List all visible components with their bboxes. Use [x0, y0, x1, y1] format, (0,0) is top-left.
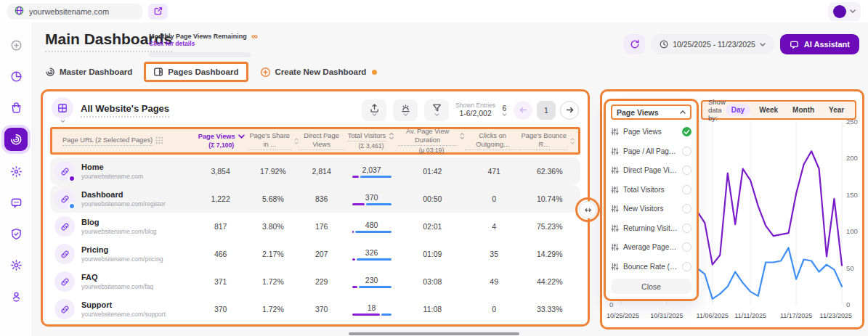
metric-radio[interactable]	[682, 204, 691, 213]
website-url-pill[interactable]: yourwebsitename.com	[7, 4, 142, 20]
link-icon	[60, 250, 70, 259]
metric-radio[interactable]	[682, 127, 691, 136]
sidebar-item-analytics[interactable]	[5, 65, 27, 87]
link-icon	[60, 167, 70, 176]
column-header-6[interactable]: Clicks on Outgoing...	[465, 131, 520, 150]
column-header-7[interactable]: Page's Bounce R...	[520, 131, 575, 150]
user-menu[interactable]	[828, 2, 861, 21]
metric-dropdown-header[interactable]: Page Views	[611, 105, 691, 120]
total-visitors-cell: 230	[344, 276, 398, 288]
selection-badge	[68, 202, 76, 210]
table-row[interactable]: Home yourwebsitename.com 3,854 17.92% 2,…	[50, 157, 580, 185]
table-row[interactable]: Support yourwebsitename.com/support 370 …	[50, 295, 580, 323]
metric-option[interactable]: Total Visitors	[611, 180, 691, 200]
website-url: yourwebsitename.com	[29, 7, 109, 16]
svg-text:100: 100	[846, 227, 858, 235]
tab-master-dashboard[interactable]: Master Dashboard	[45, 67, 132, 77]
sidebar-item-settings[interactable]	[5, 254, 27, 276]
panel-resize-button[interactable]	[579, 201, 596, 218]
metric-option-label: Returning Visitors	[623, 224, 678, 232]
table-row[interactable]: FAQ yourwebsitename.com/faq 371 1.72% 22…	[50, 268, 580, 295]
filter-icon	[432, 104, 442, 112]
page-views-value: 1,222	[193, 194, 247, 203]
metric-option[interactable]: Direct Page Views	[611, 160, 691, 180]
share-value: 1.72%	[248, 305, 299, 314]
sidebar-item-dashboards[interactable]	[4, 128, 28, 151]
page-link-button[interactable]	[54, 244, 75, 264]
sidebar-item-goals[interactable]	[5, 160, 27, 182]
tab-create-new-dashboard[interactable]: Create New Dashboard	[260, 67, 378, 78]
page-size-selector[interactable]: 6	[502, 104, 507, 116]
chevron-down-icon	[372, 113, 377, 116]
metric-radio[interactable]	[682, 185, 691, 194]
table-widget-button[interactable]	[52, 97, 73, 119]
prev-page-button[interactable]	[514, 101, 532, 120]
sidebar-item-add[interactable]	[5, 34, 27, 56]
filter-button[interactable]	[424, 99, 449, 121]
open-site-button[interactable]	[148, 4, 168, 20]
current-page[interactable]: 1	[537, 101, 556, 120]
link-icon	[60, 305, 70, 314]
page-url: yourwebsitename.com/faq	[81, 283, 153, 291]
ai-assistant-button[interactable]: AI Assistant	[780, 34, 859, 54]
granularity-option-month[interactable]: Month	[787, 104, 820, 116]
bounce-rate-value: 75.23%	[522, 222, 577, 231]
page-url: yourwebsitename.com	[81, 173, 143, 181]
column-subtotal: (μ 03:19)	[419, 147, 445, 155]
metric-radio[interactable]	[682, 165, 691, 175]
page-views-value: 371	[193, 277, 247, 286]
metric-option[interactable]: Average Page Vie...	[611, 237, 691, 257]
page-link-button[interactable]	[54, 271, 75, 292]
sidebar-item-products[interactable]	[5, 97, 27, 118]
table-header-row: Page URL (2 Selected Pages)Page Views(Σ …	[50, 127, 580, 155]
total-visitors-cell: 480	[344, 221, 398, 233]
granularity-option-year[interactable]: Year	[823, 104, 850, 116]
sidebar-item-messages[interactable]	[5, 192, 27, 213]
metric-radio[interactable]	[682, 242, 691, 252]
granularity-option-day[interactable]: Day	[726, 104, 750, 116]
total-visitors-value: 480	[365, 221, 378, 229]
link-icon	[60, 277, 70, 287]
table-row[interactable]: Dashboard yourwebsitename.com/register 1…	[50, 185, 580, 213]
column-header-2[interactable]: Page's Share in ...	[248, 131, 299, 150]
metric-option[interactable]: Bounce Rate (%)	[611, 257, 691, 276]
quota-details-link[interactable]: Click for details	[149, 40, 247, 47]
metric-option[interactable]: New Visitors	[611, 199, 691, 218]
metric-radio[interactable]	[682, 224, 691, 233]
sidebar-item-profile[interactable]	[5, 285, 27, 307]
column-header-4[interactable]: Total Visitors(Σ 3,461)	[344, 131, 398, 150]
metric-option[interactable]: Page Views	[611, 122, 691, 142]
date-range-picker[interactable]: 10/25/2025 - 11/23/2025	[651, 34, 774, 54]
export-button[interactable]	[362, 99, 386, 121]
column-header-1[interactable]: Page Views(Σ 7,100)	[195, 132, 248, 149]
svg-text:10/25/2025: 10/25/2025	[607, 312, 639, 319]
dropdown-close-button[interactable]: Close	[611, 279, 691, 294]
clock-icon	[660, 40, 668, 49]
chevron-down-icon	[238, 134, 245, 139]
page-link-button[interactable]	[54, 299, 75, 319]
page-name: FAQ	[81, 273, 153, 283]
next-page-button[interactable]	[560, 101, 579, 120]
tab-pages-dashboard[interactable]: Pages Dashboard	[144, 62, 248, 82]
metric-radio[interactable]	[682, 262, 691, 271]
horizontal-scrollbar-thumb[interactable]	[349, 332, 519, 335]
table-row[interactable]: Pricing yourwebsitename.com/pricing 466 …	[50, 240, 580, 268]
page-name: Pricing	[81, 245, 163, 255]
svg-text:150: 150	[846, 191, 858, 199]
total-visitors-value: 230	[365, 276, 378, 284]
metric-radio[interactable]	[682, 147, 691, 156]
visitors-split-bar	[352, 231, 392, 233]
column-header-0[interactable]: Page URL (2 Selected Pages)	[55, 136, 195, 146]
alerts-button[interactable]	[393, 99, 418, 121]
column-header-5[interactable]: Av. Page View Duration(μ 03:19)	[398, 127, 465, 155]
refresh-button[interactable]	[624, 34, 645, 54]
sidebar-item-security[interactable]	[5, 223, 27, 245]
metric-option[interactable]: Returning Visitors	[611, 218, 691, 238]
column-header-3[interactable]: Direct Page Views	[299, 131, 344, 150]
direct-views-value: 176	[299, 222, 345, 231]
table-row[interactable]: Blog yourwebsitename.com/blog 817 3.80% …	[50, 213, 580, 240]
granularity-option-week[interactable]: Week	[753, 104, 784, 116]
page-link-button[interactable]	[54, 216, 75, 237]
direct-views-value: 2,814	[299, 167, 345, 176]
metric-option[interactable]: Page / All Page Vi...	[611, 142, 691, 161]
